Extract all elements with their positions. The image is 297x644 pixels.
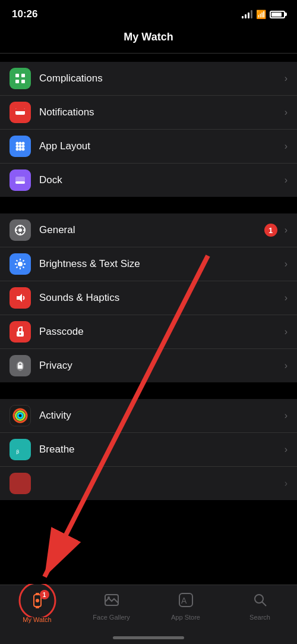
notifications-item[interactable]: Notifications › <box>0 96 297 130</box>
notifications-chevron: › <box>285 107 287 118</box>
general-badge: 1 <box>264 224 277 237</box>
svg-rect-45 <box>36 593 39 595</box>
svg-point-35 <box>20 333 21 335</box>
activity-item[interactable]: Activity › <box>0 399 297 433</box>
sounds-label: Sounds & Haptics <box>39 292 282 304</box>
svg-point-49 <box>108 596 110 599</box>
svg-point-10 <box>16 145 19 148</box>
sounds-chevron: › <box>285 293 287 303</box>
more-chevron: › <box>285 478 287 489</box>
gap-1 <box>0 197 297 205</box>
app-store-icon: A <box>178 592 194 611</box>
privacy-label: Privacy <box>39 360 282 372</box>
complications-label: Complications <box>39 73 282 84</box>
app-layout-item[interactable]: App Layout › <box>0 130 297 164</box>
svg-rect-46 <box>36 606 39 608</box>
svg-line-31 <box>17 267 18 268</box>
sounds-item[interactable]: Sounds & Haptics › <box>0 281 297 315</box>
privacy-chevron: › <box>285 360 287 371</box>
notifications-label: Notifications <box>39 106 282 118</box>
page-title: My Watch <box>0 26 297 53</box>
breathe-icon: ᵦ <box>10 439 31 460</box>
notifications-icon <box>10 102 31 123</box>
general-item[interactable]: General 1 › <box>0 213 297 247</box>
app-store-tab-label: App Store <box>171 614 200 621</box>
header-separator <box>0 53 297 54</box>
search-icon <box>252 592 268 611</box>
privacy-icon <box>10 355 31 376</box>
more-item[interactable]: › <box>0 467 297 500</box>
svg-rect-36 <box>18 365 23 369</box>
sounds-icon <box>10 287 31 309</box>
tab-face-gallery[interactable]: Face Gallery <box>74 590 148 621</box>
tab-app-store[interactable]: A App Store <box>148 590 223 621</box>
svg-point-47 <box>36 599 39 602</box>
dock-label: Dock <box>39 174 282 186</box>
search-tab-label: Search <box>249 614 270 621</box>
svg-marker-33 <box>17 294 22 302</box>
status-icons: 📶 <box>242 10 285 19</box>
general-chevron: › <box>285 225 287 235</box>
general-label: General <box>39 224 264 236</box>
section-1: Complications › Notifications › <box>0 62 297 197</box>
passcode-item[interactable]: Passcode › <box>0 315 297 349</box>
svg-line-53 <box>262 602 266 606</box>
passcode-chevron: › <box>285 326 287 337</box>
app-layout-icon <box>10 136 31 157</box>
privacy-item[interactable]: Privacy › <box>0 349 297 382</box>
svg-rect-6 <box>15 110 25 111</box>
complications-item[interactable]: Complications › <box>0 62 297 96</box>
face-gallery-tab-label: Face Gallery <box>93 614 129 621</box>
my-watch-badge: 1 <box>40 590 49 599</box>
passcode-icon <box>10 321 31 343</box>
section-3: Activity › ᵦ Breathe › › <box>0 399 297 500</box>
more-icon <box>10 473 31 494</box>
svg-line-29 <box>17 260 18 262</box>
tab-my-watch[interactable]: 1 My Watch <box>0 590 74 623</box>
app-layout-chevron: › <box>285 141 287 152</box>
svg-text:A: A <box>181 596 187 605</box>
svg-line-30 <box>23 267 24 268</box>
svg-rect-0 <box>15 74 19 77</box>
svg-point-13 <box>16 148 19 151</box>
brightness-label: Brightness & Text Size <box>39 258 282 270</box>
home-indicator <box>113 636 184 639</box>
activity-label: Activity <box>39 410 282 422</box>
svg-point-14 <box>19 148 22 151</box>
svg-point-19 <box>18 228 22 232</box>
svg-point-39 <box>18 413 23 418</box>
svg-point-7 <box>16 142 19 145</box>
breathe-item[interactable]: ᵦ Breathe › <box>0 433 297 467</box>
svg-point-52 <box>255 595 263 603</box>
app-layout-label: App Layout <box>39 140 282 152</box>
dock-item[interactable]: Dock › <box>0 164 297 197</box>
svg-rect-1 <box>21 74 25 77</box>
dock-chevron: › <box>285 175 287 186</box>
battery-icon <box>270 11 285 18</box>
gap-2 <box>0 382 297 391</box>
tab-search[interactable]: Search <box>223 590 297 621</box>
svg-point-9 <box>22 142 25 145</box>
svg-point-15 <box>22 148 25 151</box>
complications-icon <box>10 68 31 89</box>
svg-rect-17 <box>15 181 25 184</box>
svg-point-11 <box>19 145 22 148</box>
svg-point-8 <box>19 142 22 145</box>
svg-rect-2 <box>15 80 19 83</box>
brightness-item[interactable]: Brightness & Text Size › <box>0 247 297 281</box>
svg-text:ᵦ: ᵦ <box>16 445 20 455</box>
svg-point-12 <box>22 145 25 148</box>
svg-line-32 <box>23 260 24 262</box>
tab-bar: 1 My Watch Face Gallery A App Store <box>0 585 297 644</box>
brightness-chevron: › <box>285 259 287 269</box>
face-gallery-icon <box>104 592 119 611</box>
breathe-label: Breathe <box>39 444 282 455</box>
breathe-chevron: › <box>285 444 287 455</box>
status-time: 10:26 <box>12 8 37 20</box>
svg-point-24 <box>18 262 23 266</box>
signal-icon <box>242 10 252 18</box>
dock-icon <box>10 169 31 191</box>
general-icon <box>10 219 31 241</box>
status-bar: 10:26 📶 <box>0 0 297 26</box>
activity-icon <box>10 405 31 426</box>
